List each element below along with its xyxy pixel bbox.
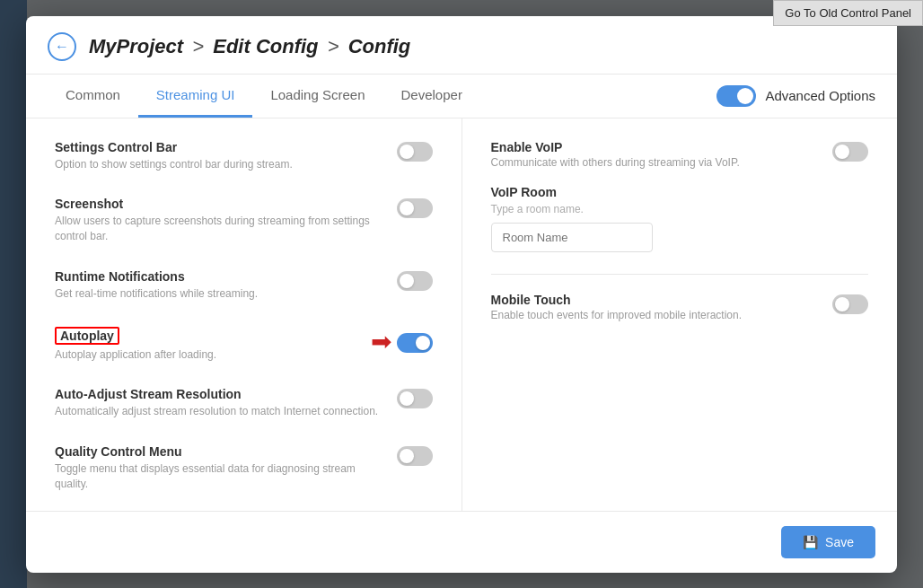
config-modal: ← MyProject > Edit Config > Config Commo… — [26, 16, 897, 573]
quality-control-label: Quality Control Menu — [55, 444, 382, 459]
breadcrumb-project: MyProject — [89, 35, 183, 57]
voip-room-label: VoIP Room — [491, 185, 869, 199]
save-icon: 💾 — [803, 535, 818, 549]
autoplay-toggle[interactable] — [397, 333, 433, 353]
advanced-options-label: Advanced Options — [765, 88, 875, 103]
auto-adjust-desc: Automatically adjust stream resolution t… — [55, 404, 382, 419]
tab-developer[interactable]: Developer — [383, 75, 480, 118]
voip-enable-label: Enable VoIP — [491, 140, 819, 154]
quality-control-item: Quality Control Menu Toggle menu that di… — [55, 444, 433, 492]
voip-enable-toggle[interactable] — [832, 142, 868, 162]
right-panel: Enable VoIP Communicate with others duri… — [462, 118, 898, 511]
breadcrumb-sep2: > — [328, 35, 345, 57]
auto-adjust-item: Auto-Adjust Stream Resolution Automatica… — [55, 387, 433, 419]
autoplay-arrow-icon: ➡ — [371, 327, 391, 356]
tab-loading-screen[interactable]: Loading Screen — [252, 75, 382, 118]
tab-common[interactable]: Common — [48, 75, 138, 118]
auto-adjust-label: Auto-Adjust Stream Resolution — [55, 387, 382, 401]
modal-body: Settings Control Bar Option to show sett… — [26, 118, 897, 511]
mobile-touch-desc: Enable touch events for improved mobile … — [491, 309, 819, 321]
advanced-options-switch[interactable] — [716, 85, 756, 107]
voip-enable-desc: Communicate with others during streaming… — [491, 156, 819, 169]
go-to-old-control-panel-button[interactable]: Go To Old Control Panel — [773, 0, 923, 26]
save-button[interactable]: 💾 Save — [781, 526, 875, 558]
tab-streaming-ui[interactable]: Streaming UI — [138, 75, 253, 118]
autoplay-item: Autoplay Autoplay application after load… — [55, 327, 433, 363]
left-panel: Settings Control Bar Option to show sett… — [26, 118, 462, 511]
breadcrumb-config: Config — [348, 35, 411, 57]
autoplay-highlight-box: Autoplay — [55, 327, 119, 345]
voip-room-input[interactable] — [491, 223, 653, 252]
save-label: Save — [825, 535, 854, 549]
screenshot-toggle[interactable] — [397, 198, 433, 218]
screenshot-item: Screenshot Allow users to capture screen… — [55, 197, 433, 244]
advanced-options-toggle[interactable]: Advanced Options — [716, 85, 875, 107]
voip-section: Enable VoIP Communicate with others duri… — [491, 140, 869, 252]
voip-room-sublabel: Type a room name. — [491, 203, 869, 215]
breadcrumb-sep1: > — [192, 35, 209, 57]
screenshot-label: Screenshot — [55, 197, 382, 211]
mobile-touch-row: Mobile Touch Enable touch events for imp… — [491, 293, 869, 321]
autoplay-desc: Autoplay application after loading. — [55, 347, 364, 363]
autoplay-label: Autoplay — [60, 329, 114, 343]
settings-control-bar-desc: Option to show settings control bar duri… — [55, 157, 382, 172]
runtime-notifications-desc: Get real-time notifications while stream… — [55, 286, 382, 302]
screenshot-desc: Allow users to capture screenshots durin… — [55, 214, 382, 244]
section-divider — [491, 274, 869, 275]
runtime-notifications-label: Runtime Notifications — [55, 269, 382, 284]
settings-control-bar-toggle[interactable] — [397, 142, 433, 162]
mobile-touch-label: Mobile Touch — [491, 293, 819, 307]
mobile-touch-section: Mobile Touch Enable touch events for imp… — [491, 293, 869, 321]
modal-header: ← MyProject > Edit Config > Config — [26, 16, 897, 75]
modal-overlay: ← MyProject > Edit Config > Config Commo… — [0, 0, 923, 588]
settings-control-bar-label: Settings Control Bar — [55, 140, 382, 154]
mobile-touch-toggle[interactable] — [832, 294, 868, 314]
tabs-bar: Common Streaming UI Loading Screen Devel… — [26, 75, 897, 118]
voip-room-section: VoIP Room Type a room name. — [491, 185, 869, 252]
breadcrumb-editconfig: Edit Config — [213, 35, 318, 57]
settings-control-bar-item: Settings Control Bar Option to show sett… — [55, 140, 433, 172]
modal-footer: 💾 Save — [26, 511, 897, 573]
breadcrumb: MyProject > Edit Config > Config — [89, 35, 410, 58]
runtime-notifications-toggle[interactable] — [397, 271, 433, 291]
back-button[interactable]: ← — [48, 32, 76, 61]
auto-adjust-toggle[interactable] — [397, 389, 433, 408]
quality-control-desc: Toggle menu that displays essential data… — [55, 461, 382, 492]
voip-enable-row: Enable VoIP Communicate with others duri… — [491, 140, 869, 169]
runtime-notifications-item: Runtime Notifications Get real-time noti… — [55, 269, 433, 302]
quality-control-toggle[interactable] — [397, 446, 433, 466]
